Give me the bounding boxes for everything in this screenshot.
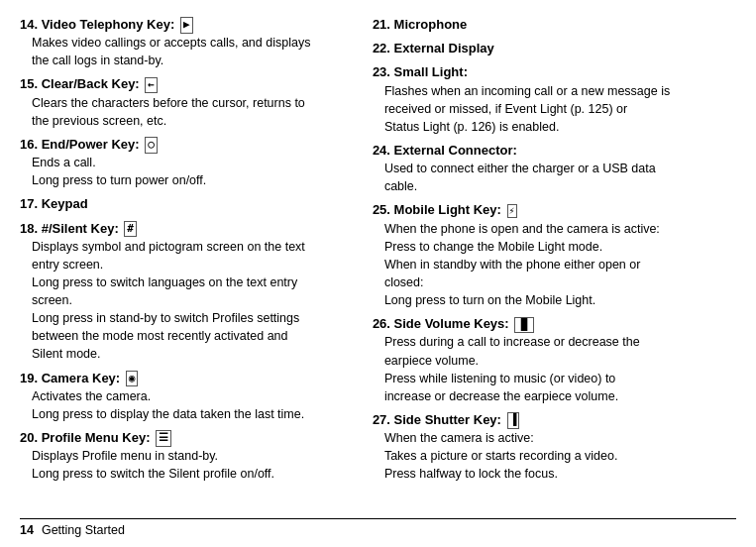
entry-19-num: 19. — [20, 371, 42, 385]
entry-15-line1: Clears the characters before the cursor,… — [32, 94, 353, 112]
entry-20-title: 20. Profile Menu Key: ☰ — [20, 429, 353, 447]
entry-19-line2: Long press to display the data taken the… — [32, 405, 353, 423]
entry-21: 21. Microphone — [373, 16, 736, 34]
entry-18-body: Displays symbol and pictogram screen on … — [20, 238, 353, 364]
entry-26-line3: Press while listening to music (or video… — [384, 370, 736, 387]
right-column: 21. Microphone 22. External Display 23. … — [368, 16, 736, 514]
entry-23-line2: received or missed, if Event Light (p. 1… — [384, 100, 736, 118]
entry-26-icon: ▐▌ — [514, 317, 533, 333]
entry-20-line2: Long press to switch the Silent profile … — [32, 465, 353, 483]
entry-14-line2: the call logs in stand-by. — [32, 52, 353, 69]
entry-27-icon: ▐ — [507, 412, 520, 428]
entry-24-num: 24. — [373, 143, 394, 158]
entry-25-line3: When in standby with the phone either op… — [384, 256, 736, 274]
entry-25-line1: When the phone is open and the camera is… — [384, 220, 736, 238]
entry-17: 17. Keypad — [20, 195, 353, 213]
entry-24-body: Used to connect either the charger or a … — [373, 160, 736, 195]
entry-18-line1: Displays symbol and pictogram screen on … — [32, 238, 353, 256]
entry-24-line1: Used to connect either the charger or a … — [384, 160, 736, 177]
entry-19-label: Camera Key: — [42, 371, 121, 385]
entry-26-line4: increase or decrease the earpiece volume… — [384, 387, 736, 405]
entry-14-num: 14. — [20, 17, 42, 32]
entry-19-title: 19. Camera Key: ◉ — [20, 370, 353, 387]
entry-22-label: External Display — [394, 41, 494, 55]
entry-26-title: 26. Side Volume Keys: ▐▌ — [373, 315, 736, 333]
entry-23-title: 23. Small Light: — [373, 63, 736, 81]
entry-27-body: When the camera is active: Takes a pictu… — [373, 429, 736, 483]
footer-page-number: 14 — [20, 523, 34, 537]
entry-24-label: External Connector: — [394, 143, 517, 158]
entry-18-label: #/Silent Key: — [42, 221, 119, 236]
entry-25-line2: Press to change the Mobile Light mode. — [384, 238, 736, 256]
entry-27-line3: Press halfway to lock the focus. — [384, 465, 736, 483]
entry-23-line1: Flashes when an incoming call or a new m… — [384, 82, 736, 100]
entry-16-icon: ○ — [145, 137, 158, 153]
entry-14-body: Makes video callings or accepts calls, a… — [20, 34, 353, 69]
entry-14-line1: Makes video callings or accepts calls, a… — [32, 34, 353, 52]
entry-20-icon: ☰ — [156, 430, 171, 446]
left-column: 14. Video Telephony Key: ▶ Makes video c… — [20, 16, 368, 514]
entry-27-title: 27. Side Shutter Key: ▐ — [373, 411, 736, 429]
entry-15-title: 15. Clear/Back Key: ← — [20, 75, 353, 93]
entry-16: 16. End/Power Key: ○ Ends a call. Long p… — [20, 136, 353, 189]
entry-19-icon: ◉ — [126, 371, 139, 386]
entry-21-title: 21. Microphone — [373, 16, 736, 34]
entry-18-title: 18. #/Silent Key: # — [20, 220, 353, 238]
entry-22-title: 22. External Display — [373, 40, 736, 57]
entry-16-line1: Ends a call. — [32, 154, 353, 171]
footer: 14 Getting Started — [20, 518, 736, 537]
entry-25-line4: closed: — [384, 274, 736, 291]
entry-27-line1: When the camera is active: — [384, 429, 736, 447]
entry-27-line2: Takes a picture or starts recording a vi… — [384, 447, 736, 465]
entry-27-label: Side Shutter Key: — [394, 412, 501, 427]
entry-23-label: Small Light: — [394, 64, 468, 79]
entry-18-icon: # — [124, 221, 137, 237]
entry-26-body: Press during a call to increase or decre… — [373, 333, 736, 405]
entry-14-title: 14. Video Telephony Key: ▶ — [20, 16, 353, 34]
entry-25-body: When the phone is open and the camera is… — [373, 220, 736, 310]
entry-15-icon: ← — [145, 77, 158, 93]
entry-25-num: 25. — [373, 202, 394, 217]
entry-14-icon: ▶ — [180, 17, 193, 33]
entry-14: 14. Video Telephony Key: ▶ Makes video c… — [20, 16, 353, 69]
entry-18-line4: screen. — [32, 291, 353, 309]
entry-27-num: 27. — [373, 412, 394, 427]
footer-section-title: Getting Started — [42, 523, 125, 537]
entry-20: 20. Profile Menu Key: ☰ Displays Profile… — [20, 429, 353, 483]
entry-24-line2: cable. — [384, 177, 736, 195]
entry-25-label: Mobile Light Key: — [394, 202, 501, 217]
entry-15: 15. Clear/Back Key: ← Clears the charact… — [20, 75, 353, 129]
entry-18-line3: Long press to switch languages on the te… — [32, 274, 353, 291]
entry-24-title: 24. External Connector: — [373, 142, 736, 160]
entry-16-body: Ends a call. Long press to turn power on… — [20, 154, 353, 189]
entry-16-label: End/Power Key: — [42, 137, 140, 152]
entry-21-label: Microphone — [394, 17, 468, 32]
entry-18-line7: Silent mode. — [32, 345, 353, 363]
entry-20-num: 20. — [20, 430, 42, 445]
entry-26-label: Side Volume Keys: — [394, 316, 509, 331]
entry-26-line2: earpiece volume. — [384, 352, 736, 370]
entry-26-line1: Press during a call to increase or decre… — [384, 333, 736, 351]
entry-15-body: Clears the characters before the cursor,… — [20, 94, 353, 130]
entry-20-line1: Displays Profile menu in stand-by. — [32, 447, 353, 465]
entry-22: 22. External Display — [373, 40, 736, 57]
entry-18: 18. #/Silent Key: # Displays symbol and … — [20, 220, 353, 364]
entry-19-body: Activates the camera. Long press to disp… — [20, 387, 353, 423]
entry-18-line5: Long press in stand-by to switch Profile… — [32, 309, 353, 327]
entry-14-label: Video Telephony Key: — [42, 17, 175, 32]
entry-25: 25. Mobile Light Key: ⚡ When the phone i… — [373, 201, 736, 309]
entry-19: 19. Camera Key: ◉ Activates the camera. … — [20, 370, 353, 423]
content-columns: 14. Video Telephony Key: ▶ Makes video c… — [20, 16, 736, 514]
entry-23-line3: Status Light (p. 126) is enabled. — [384, 118, 736, 136]
entry-15-label: Clear/Back Key: — [42, 76, 140, 91]
entry-20-body: Displays Profile menu in stand-by. Long … — [20, 447, 353, 483]
entry-23-num: 23. — [373, 64, 394, 79]
entry-21-num: 21. — [373, 17, 394, 32]
entry-17-num: 17. — [20, 196, 42, 211]
entry-16-num: 16. — [20, 137, 42, 152]
entry-15-num: 15. — [20, 76, 42, 91]
entry-18-num: 18. — [20, 221, 42, 236]
entry-25-title: 25. Mobile Light Key: ⚡ — [373, 201, 736, 219]
entry-17-title: 17. Keypad — [20, 195, 353, 213]
entry-16-title: 16. End/Power Key: ○ — [20, 136, 353, 154]
